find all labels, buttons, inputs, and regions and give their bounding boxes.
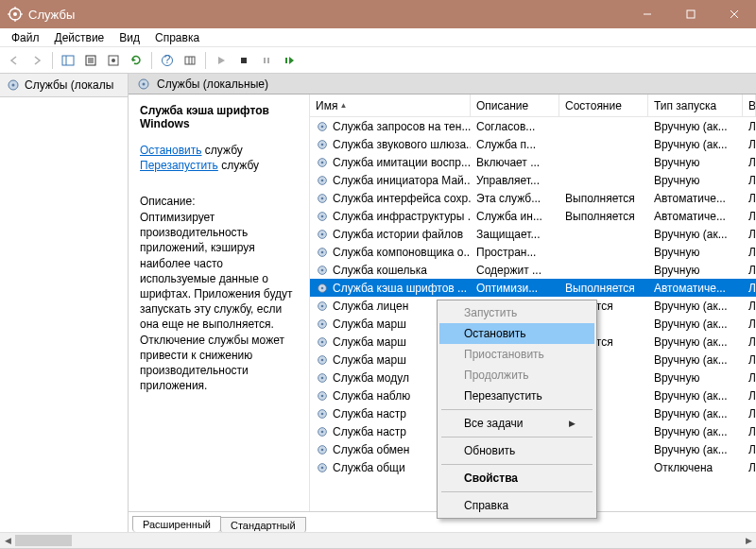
gear-icon (316, 264, 329, 277)
ctx-help[interactable]: Справка (439, 495, 594, 516)
table-row[interactable]: Служба инфраструктуры ...Служба ин...Вып… (310, 207, 756, 225)
start-service-button[interactable] (211, 50, 232, 71)
service-logon: Л (743, 407, 756, 420)
pane-header: Службы (локальные) (129, 74, 756, 94)
svg-point-46 (321, 250, 324, 253)
menu-view[interactable]: Вид (112, 29, 147, 46)
svg-rect-20 (185, 57, 195, 64)
col-logon[interactable]: В (743, 94, 756, 116)
help-button[interactable]: ? (157, 50, 178, 71)
export-list-button[interactable] (80, 50, 101, 71)
tree-node-services[interactable]: Службы (локалы (0, 74, 128, 97)
table-row[interactable]: Служба звукового шлюза...Служба п...Вруч… (310, 135, 756, 153)
svg-point-36 (321, 161, 324, 163)
svg-point-48 (321, 268, 324, 271)
service-logon: Л (743, 282, 756, 295)
gear-icon (316, 389, 329, 403)
service-startup: Вручную (ак... (648, 317, 743, 331)
service-desc: Эта служб... (471, 192, 559, 205)
service-startup: Автоматиче... (648, 192, 743, 205)
svg-rect-24 (264, 58, 266, 63)
content: Службы (локалы Службы (локальные) Служба… (0, 74, 756, 532)
restart-link[interactable]: Перезапустить (140, 159, 218, 172)
show-hide-tree-button[interactable] (58, 50, 78, 71)
table-row[interactable]: Служба запросов на тен...Согласов...Вруч… (310, 117, 756, 135)
table-row[interactable]: Служба инициатора Май...Управляет...Вруч… (310, 171, 756, 189)
service-name: Служба звукового шлюза... (333, 138, 471, 151)
service-desc: Оптимизи... (471, 282, 559, 295)
ctx-stop[interactable]: Остановить (439, 323, 594, 344)
ctx-continue[interactable]: Продолжить (439, 365, 594, 386)
service-startup: Вручную (ак... (648, 425, 743, 438)
tab-extended[interactable]: Расширенный (132, 516, 221, 532)
col-description[interactable]: Описание (471, 94, 559, 116)
col-name[interactable]: Имя▲ (310, 94, 471, 116)
menu-action[interactable]: Действие (47, 29, 112, 46)
service-name: Служба модул (333, 371, 409, 385)
service-name: Служба наблю (333, 389, 410, 403)
service-logon: Л (743, 389, 756, 403)
col-state[interactable]: Состояние (559, 94, 648, 116)
gear-icon (316, 443, 329, 456)
pause-service-button[interactable] (256, 50, 277, 71)
table-row[interactable]: Служба кэша шрифтов ...Оптимизи...Выполн… (310, 279, 756, 297)
service-desc: Включает ... (471, 156, 559, 169)
table-row[interactable]: Служба компоновщика о...Простран...Вручн… (310, 243, 756, 261)
svg-point-42 (321, 214, 324, 217)
service-startup: Вручную (ак... (648, 300, 743, 313)
service-startup: Вручную (ак... (648, 120, 743, 133)
table-row[interactable]: Служба истории файловЗащищает...Вручную … (310, 225, 756, 243)
ctx-all-tasks[interactable]: Все задачи▶ (439, 413, 594, 434)
ctx-restart[interactable]: Перезапустить (439, 386, 594, 406)
scroll-thumb[interactable] (15, 535, 72, 546)
scroll-left-icon[interactable]: ◀ (0, 533, 15, 548)
service-desc: Согласов... (471, 120, 559, 133)
gear-icon (316, 228, 329, 241)
menu-file[interactable]: Файл (4, 29, 47, 46)
ctx-pause[interactable]: Приостановить (439, 344, 594, 365)
minimize-button[interactable] (626, 0, 669, 28)
table-row[interactable]: Служба кошелькаСодержит ...ВручнуюЛ (310, 261, 756, 279)
submenu-arrow-icon: ▶ (569, 419, 576, 428)
service-startup: Вручную (648, 246, 743, 259)
restart-service-button[interactable] (279, 50, 300, 71)
svg-point-1 (13, 12, 17, 16)
stop-link[interactable]: Остановить (140, 144, 202, 157)
col-startup[interactable]: Тип запуска (648, 94, 743, 116)
separator (441, 409, 593, 410)
table-row[interactable]: Служба имитации воспр...Включает ...Вруч… (310, 153, 756, 171)
service-name: Служба настр (333, 407, 406, 420)
close-button[interactable] (713, 0, 756, 28)
service-logon: Л (743, 174, 756, 187)
forward-button[interactable] (26, 50, 47, 71)
service-startup: Вручную (ак... (648, 353, 743, 367)
refresh-button[interactable] (126, 50, 146, 71)
stop-line: Остановить службу (140, 144, 300, 157)
service-logon: Л (743, 300, 756, 313)
service-name: Служба марш (333, 317, 406, 331)
svg-point-34 (321, 143, 324, 146)
columns-button[interactable] (180, 50, 200, 71)
service-logon: Л (743, 425, 756, 438)
scroll-right-icon[interactable]: ▶ (741, 533, 756, 548)
back-button[interactable] (4, 50, 25, 71)
service-logon: Л (743, 461, 756, 474)
ctx-refresh[interactable]: Обновить (439, 440, 594, 461)
service-state: Выполняется (559, 210, 648, 223)
service-name: Служба кэша шрифтов ... (333, 282, 467, 295)
gear-icon (316, 156, 329, 169)
stop-service-button[interactable] (233, 50, 254, 71)
ctx-start[interactable]: Запустить (439, 302, 594, 323)
maximize-button[interactable] (669, 0, 713, 28)
svg-rect-26 (285, 58, 287, 63)
tab-standard[interactable]: Стандартный (220, 517, 306, 533)
ctx-properties[interactable]: Свойства (439, 468, 594, 489)
gear-icon (316, 371, 329, 385)
menu-help[interactable]: Справка (147, 29, 207, 46)
horizontal-scrollbar[interactable]: ◀ ▶ (0, 532, 756, 548)
service-name: Служба интерфейса сохр... (333, 192, 471, 205)
service-name: Служба инициатора Май... (333, 174, 471, 187)
table-row[interactable]: Служба интерфейса сохр...Эта служб...Вып… (310, 189, 756, 207)
properties-button[interactable] (103, 50, 124, 71)
list-header: Имя▲ Описание Состояние Тип запуска В (310, 94, 756, 117)
